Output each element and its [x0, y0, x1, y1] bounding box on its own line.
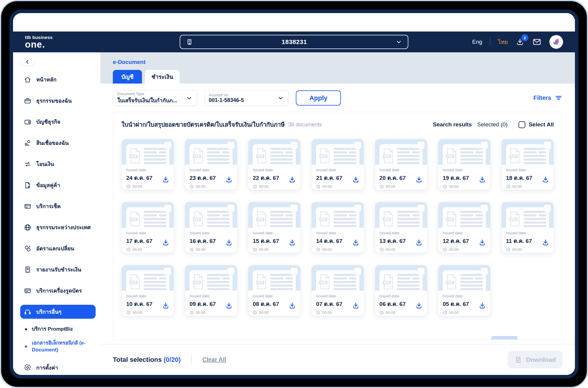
card-download-button[interactable]	[225, 238, 233, 247]
card-download-button[interactable]	[415, 175, 423, 184]
clock-icon	[253, 310, 257, 315]
document-card[interactable]: PDF Issued date 07 ต.ค. 67 00:00	[311, 265, 364, 316]
download-icon	[162, 238, 170, 247]
sidebar-item-[interactable]: หน้าหลัก	[20, 73, 96, 87]
card-download-button[interactable]	[352, 175, 360, 184]
document-card[interactable]: PDF Issued date 12 ต.ค. 67 00:00	[438, 202, 491, 253]
card-checkbox[interactable]	[227, 142, 235, 149]
card-checkbox[interactable]	[417, 205, 425, 212]
sidebar-item-[interactable]: ธุรกรรมของฉัน	[20, 94, 96, 108]
card-checkbox[interactable]	[354, 205, 361, 212]
card-download-button[interactable]	[478, 301, 486, 310]
card-download-button[interactable]	[288, 301, 296, 310]
card-checkbox[interactable]	[544, 205, 551, 212]
sidebar-item-[interactable]: สินเชื่อของฉัน	[20, 136, 96, 150]
card-download-button[interactable]	[225, 175, 233, 184]
collapse-sidebar-button[interactable]	[20, 58, 34, 65]
download-button[interactable]: Download	[508, 351, 562, 368]
card-download-button[interactable]	[288, 175, 296, 184]
document-card[interactable]: PDF Issued date 23 ต.ค. 67 00:00	[185, 139, 237, 190]
sidebar-item-active[interactable]: บริการอื่นๆ	[20, 305, 96, 319]
card-download-button[interactable]	[162, 238, 170, 247]
card-download-button[interactable]	[288, 238, 296, 247]
card-download-button[interactable]	[352, 301, 360, 310]
document-card[interactable]: PDF Issued date 24 ต.ค. 67 00:00	[121, 139, 174, 190]
document-card[interactable]: PDF Issued date 17 ต.ค. 67 00:00	[121, 202, 174, 253]
card-download-button[interactable]	[541, 175, 550, 184]
filters-button[interactable]: Filters	[533, 94, 562, 102]
card-download-button[interactable]	[478, 238, 486, 247]
document-card[interactable]: PDF Issued date 22 ต.ค. 67 00:00	[248, 139, 301, 190]
company-selector[interactable]: 1838231	[180, 35, 408, 49]
sidebar-item-[interactable]: ข้อมูลคู่ค้า	[20, 178, 96, 192]
svg-text:PDF: PDF	[131, 155, 137, 158]
document-card[interactable]: PDF Issued date 15 ต.ค. 67 00:00	[248, 202, 301, 253]
sidebar-item-[interactable]: ธุรกรรมระหว่างประเทศ	[20, 220, 96, 234]
language-thai-button[interactable]: ไทย	[498, 37, 508, 46]
apply-button[interactable]: Apply	[296, 90, 341, 106]
card-checkbox[interactable]	[164, 268, 171, 275]
issued-date-label: Issued date	[126, 294, 170, 298]
sidebar-sub-item-[interactable]: บริการ PromptBiz	[20, 326, 96, 333]
document-card[interactable]: PDF Issued date 06 ต.ค. 67 00:00	[375, 265, 427, 316]
avatar[interactable]	[549, 35, 563, 49]
card-download-button[interactable]	[478, 175, 486, 184]
sidebar-item-[interactable]: รายงานรับชำระเงิน	[20, 263, 96, 277]
card-download-button[interactable]	[225, 301, 233, 310]
document-card[interactable]: PDF Issued date 13 ต.ค. 67 00:00	[375, 202, 427, 253]
horizontal-scrollbar-thumb[interactable]	[491, 336, 518, 340]
tab[interactable]: บัญชี	[113, 70, 142, 84]
document-card[interactable]: PDF Issued date 16 ต.ค. 67 00:00	[185, 202, 237, 253]
document-card[interactable]: PDF Issued date 18 ต.ค. 67 00:00	[501, 139, 554, 190]
card-checkbox[interactable]	[354, 268, 361, 275]
card-checkbox[interactable]	[544, 142, 551, 149]
card-checkbox[interactable]	[480, 205, 488, 212]
document-card[interactable]: PDF Issued date 08 ต.ค. 67 00:00	[248, 265, 301, 316]
card-download-button[interactable]	[415, 238, 423, 247]
card-checkbox[interactable]	[354, 142, 361, 149]
sidebar-item-[interactable]: บัญชีธุรกิจ	[20, 115, 96, 129]
card-checkbox[interactable]	[227, 268, 235, 275]
document-card[interactable]: PDF Issued date 14 ต.ค. 67 00:00	[311, 202, 364, 253]
card-checkbox[interactable]	[480, 142, 488, 149]
card-download-button[interactable]	[162, 175, 170, 184]
sidebar-item-[interactable]: การตั้งค่า	[20, 361, 96, 375]
document-card[interactable]: PDF Issued date 19 ต.ค. 67 00:00	[438, 139, 491, 190]
card-checkbox[interactable]	[480, 268, 488, 275]
language-eng-button[interactable]: Eng	[472, 39, 482, 45]
select-all-control[interactable]: Select All	[519, 121, 554, 128]
card-download-button[interactable]	[352, 238, 360, 247]
card-checkbox[interactable]	[164, 142, 171, 149]
sidebar-item-[interactable]: บริการเครื่องรูดบัตร	[20, 284, 96, 298]
card-checkbox[interactable]	[227, 205, 235, 212]
sidebar-item-[interactable]: บริการเช็ค	[20, 199, 96, 213]
tab[interactable]: ชำระเงิน	[145, 70, 180, 84]
sidebar-sub-item-active[interactable]: เอกสารอิเล็กทรอนิกส์ (e-Document)	[20, 340, 96, 354]
results-header-right: Search results Selected (0) Select All	[433, 120, 554, 129]
downloads-button[interactable]: 2	[516, 37, 524, 46]
select-all-checkbox[interactable]	[519, 121, 525, 128]
document-card[interactable]: PDF Issued date 05 ต.ค. 67 00:00	[438, 265, 491, 316]
card-download-button[interactable]	[541, 238, 550, 247]
clear-all-button[interactable]: Clear All	[202, 356, 226, 363]
document-card[interactable]: PDF Issued date 10 ต.ค. 67 00:00	[121, 265, 174, 316]
sidebar-item-[interactable]: อัตราแลกเปลี่ยน	[20, 241, 96, 255]
card-download-button[interactable]	[415, 301, 423, 310]
card-checkbox[interactable]	[164, 205, 171, 212]
messages-button[interactable]	[532, 37, 542, 47]
card-checkbox[interactable]	[290, 205, 298, 212]
card-checkbox[interactable]	[417, 142, 425, 149]
document-card[interactable]: PDF Issued date 21 ต.ค. 67 00:00	[311, 139, 364, 190]
card-download-button[interactable]	[162, 301, 170, 310]
document-card[interactable]: PDF Issued date 20 ต.ค. 67 00:00	[375, 139, 427, 190]
pdf-preview-sheet: PDF	[380, 270, 423, 291]
account-no-select[interactable]: Account no. 001-1-58346-5	[204, 90, 289, 106]
sidebar-item-[interactable]: โอนเงิน	[20, 157, 96, 171]
document-type-select[interactable]: Document Type ใบเสร็จรับเงิน/ใบกำกับภ...	[113, 90, 197, 106]
document-card[interactable]: PDF Issued date 11 ต.ค. 67 00:00	[501, 202, 554, 253]
card-info: Issued date 10 ต.ค. 67 00:00	[122, 291, 174, 317]
card-checkbox[interactable]	[290, 142, 298, 149]
card-checkbox[interactable]	[417, 268, 425, 275]
card-checkbox[interactable]	[290, 268, 298, 275]
document-card[interactable]: PDF Issued date 09 ต.ค. 67 00:00	[185, 265, 237, 316]
